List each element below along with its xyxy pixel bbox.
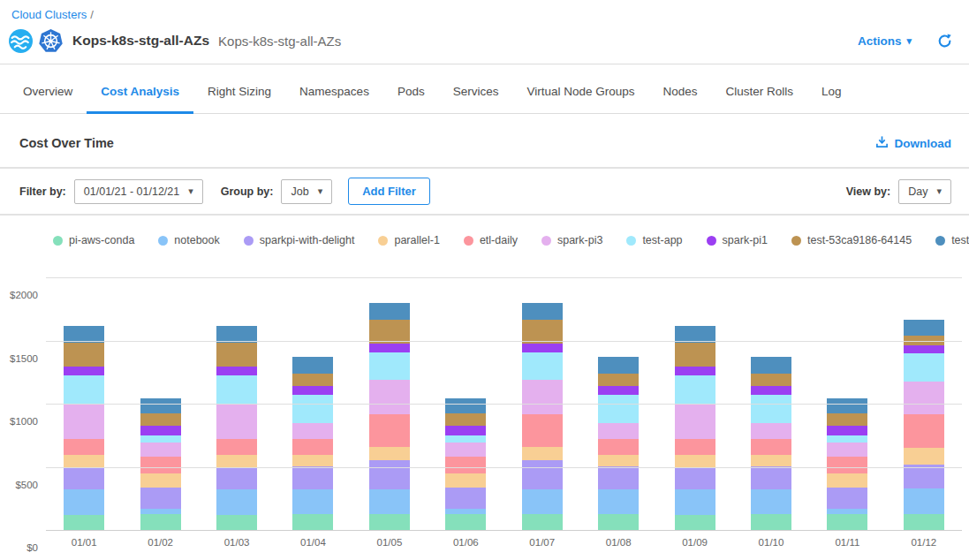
add-filter-button[interactable]: Add Filter bbox=[348, 178, 430, 205]
tab-virtual-node-groups[interactable]: Virtual Node Groups bbox=[512, 69, 648, 114]
bar-segment-notebook[interactable] bbox=[522, 489, 563, 515]
bar-segment-spark-pi3[interactable] bbox=[369, 380, 410, 414]
bar-segment-sparkpi-with-delight[interactable] bbox=[751, 466, 791, 489]
stacked-bar-01/03[interactable] bbox=[216, 326, 257, 531]
bar-segment-spark-pi1[interactable] bbox=[216, 367, 257, 375]
bar-segment-test-pkix[interactable] bbox=[445, 398, 486, 413]
refresh-icon[interactable] bbox=[936, 33, 953, 49]
bar-segment-sparkpi-with-delight[interactable] bbox=[904, 465, 944, 488]
bar-segment-etl-daily[interactable] bbox=[675, 439, 715, 456]
bar-segment-test-app[interactable] bbox=[64, 375, 104, 405]
bar-segment-test-53ca9186-64145[interactable] bbox=[216, 343, 257, 367]
tab-nodes[interactable]: Nodes bbox=[649, 69, 712, 114]
bar-segment-spark-pi1[interactable] bbox=[904, 345, 944, 353]
legend-item-spark-pi1[interactable]: spark-pi1 bbox=[707, 234, 768, 246]
bar-segment-parallel-1[interactable] bbox=[904, 448, 944, 465]
bar-segment-parallel-1[interactable] bbox=[216, 455, 257, 467]
bar-segment-spark-pi3[interactable] bbox=[751, 423, 791, 439]
bar-segment-spark-pi1[interactable] bbox=[598, 386, 639, 395]
bar-segment-spark-pi1[interactable] bbox=[140, 426, 181, 435]
tab-cluster-rolls[interactable]: Cluster Rolls bbox=[712, 69, 808, 114]
tab-namespaces[interactable]: Namespaces bbox=[285, 69, 383, 114]
bar-segment-test-app[interactable] bbox=[598, 395, 639, 422]
bar-segment-notebook[interactable] bbox=[751, 489, 791, 515]
tab-services[interactable]: Services bbox=[439, 69, 513, 114]
bar-segment-pi-aws-conda[interactable] bbox=[751, 514, 791, 531]
bar-segment-etl-daily[interactable] bbox=[904, 414, 944, 449]
bar-segment-etl-daily[interactable] bbox=[445, 457, 486, 473]
bar-segment-sparkpi-with-delight[interactable] bbox=[445, 488, 486, 509]
bar-segment-test-app[interactable] bbox=[904, 353, 944, 381]
bar-segment-test-pkix[interactable] bbox=[522, 303, 563, 320]
bar-segment-pi-aws-conda[interactable] bbox=[292, 514, 333, 531]
bar-segment-spark-pi3[interactable] bbox=[675, 405, 715, 439]
tab-pods[interactable]: Pods bbox=[383, 69, 439, 114]
stacked-bar-01/06[interactable] bbox=[445, 398, 486, 531]
bar-segment-sparkpi-with-delight[interactable] bbox=[216, 468, 257, 489]
bar-segment-test-pkix[interactable] bbox=[292, 357, 333, 374]
bar-segment-pi-aws-conda[interactable] bbox=[675, 515, 715, 531]
breadcrumb-link-cloud-clusters[interactable]: Cloud Clusters bbox=[11, 8, 87, 21]
bar-segment-test-app[interactable] bbox=[751, 395, 791, 422]
bar-segment-notebook[interactable] bbox=[216, 489, 257, 515]
stacked-bar-01/12[interactable] bbox=[904, 320, 944, 531]
bar-segment-test-app[interactable] bbox=[216, 375, 257, 405]
bar-segment-test-53ca9186-64145[interactable] bbox=[827, 413, 867, 426]
bar-segment-notebook[interactable] bbox=[292, 489, 333, 515]
bar-segment-test-53ca9186-64145[interactable] bbox=[64, 343, 104, 367]
bar-segment-spark-pi3[interactable] bbox=[827, 443, 867, 457]
bar-segment-notebook[interactable] bbox=[598, 489, 639, 515]
bar-segment-spark-pi1[interactable] bbox=[292, 386, 333, 395]
bar-segment-spark-pi3[interactable] bbox=[522, 380, 563, 414]
bar-segment-test-app[interactable] bbox=[292, 395, 333, 422]
bar-segment-notebook[interactable] bbox=[369, 489, 410, 515]
bar-segment-etl-daily[interactable] bbox=[522, 414, 563, 447]
bar-segment-test-53ca9186-64145[interactable] bbox=[292, 374, 333, 386]
bar-segment-parallel-1[interactable] bbox=[522, 447, 563, 460]
bar-segment-spark-pi3[interactable] bbox=[292, 423, 333, 439]
stacked-bar-01/02[interactable] bbox=[140, 398, 181, 531]
bar-segment-test-pkix[interactable] bbox=[369, 303, 410, 320]
bar-segment-test-53ca9186-64145[interactable] bbox=[445, 413, 486, 426]
bar-segment-test-53ca9186-64145[interactable] bbox=[675, 343, 715, 367]
bar-segment-pi-aws-conda[interactable] bbox=[64, 515, 104, 531]
view-by-select[interactable]: Day▾ bbox=[898, 179, 951, 204]
bar-segment-pi-aws-conda[interactable] bbox=[827, 514, 867, 531]
bar-segment-pi-aws-conda[interactable] bbox=[598, 514, 639, 531]
bar-segment-spark-pi3[interactable] bbox=[64, 405, 104, 439]
legend-item-test-app[interactable]: test-app bbox=[626, 234, 682, 246]
bar-segment-spark-pi3[interactable] bbox=[140, 443, 181, 457]
bar-segment-test-app[interactable] bbox=[140, 435, 181, 443]
bar-segment-spark-pi1[interactable] bbox=[64, 367, 104, 375]
stacked-bar-01/11[interactable] bbox=[827, 398, 867, 531]
tab-cost-analysis[interactable]: Cost Analysis bbox=[87, 69, 193, 114]
bar-segment-spark-pi1[interactable] bbox=[369, 344, 410, 352]
bar-segment-notebook[interactable] bbox=[675, 489, 715, 515]
bar-segment-sparkpi-with-delight[interactable] bbox=[827, 488, 867, 509]
bar-segment-spark-pi1[interactable] bbox=[675, 367, 715, 375]
bar-segment-sparkpi-with-delight[interactable] bbox=[675, 468, 715, 489]
bar-segment-spark-pi3[interactable] bbox=[904, 382, 944, 414]
bar-segment-test-app[interactable] bbox=[827, 435, 867, 443]
tab-log[interactable]: Log bbox=[807, 69, 856, 114]
stacked-bar-01/05[interactable] bbox=[369, 303, 410, 531]
bar-segment-etl-daily[interactable] bbox=[751, 439, 791, 456]
bar-segment-etl-daily[interactable] bbox=[292, 439, 333, 456]
group-by-select[interactable]: Job▾ bbox=[281, 179, 332, 204]
bar-segment-sparkpi-with-delight[interactable] bbox=[522, 460, 563, 489]
bar-segment-test-pkix[interactable] bbox=[904, 320, 944, 337]
bar-segment-pi-aws-conda[interactable] bbox=[904, 514, 944, 531]
legend-item-parallel-1[interactable]: parallel-1 bbox=[378, 234, 439, 246]
date-range-select[interactable]: 01/01/21 - 01/12/21▾ bbox=[74, 179, 203, 204]
bar-segment-sparkpi-with-delight[interactable] bbox=[598, 466, 639, 489]
bar-segment-sparkpi-with-delight[interactable] bbox=[292, 466, 333, 489]
bar-segment-pi-aws-conda[interactable] bbox=[369, 514, 410, 531]
stacked-bar-01/09[interactable] bbox=[675, 326, 715, 531]
bar-segment-parallel-1[interactable] bbox=[292, 455, 333, 466]
stacked-bar-01/01[interactable] bbox=[64, 326, 104, 531]
bar-segment-parallel-1[interactable] bbox=[598, 455, 639, 466]
bar-segment-test-app[interactable] bbox=[369, 352, 410, 380]
bar-segment-test-53ca9186-64145[interactable] bbox=[140, 413, 181, 426]
legend-item-pi-aws-conda[interactable]: pi-aws-conda bbox=[53, 234, 134, 246]
bar-segment-notebook[interactable] bbox=[904, 488, 944, 514]
